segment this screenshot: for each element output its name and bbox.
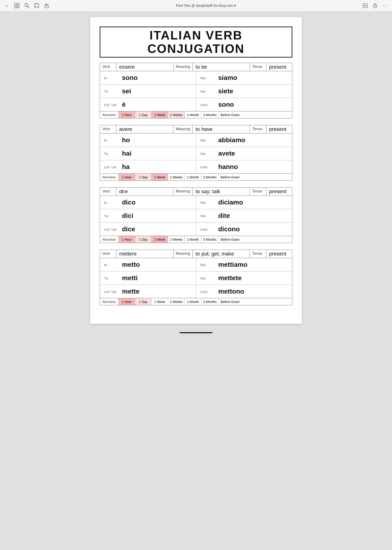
revision-cell-5[interactable]: 3 Months	[201, 236, 219, 243]
revision-cell-3[interactable]: 2 Weeks	[168, 174, 185, 181]
revision-cell-2[interactable]: 1 Week	[152, 174, 168, 181]
top-bar: ‹ Find This @ StudyStuff On Etsy.com ▾ ⋯	[0, 0, 392, 12]
conj-cell-left: Io dico	[100, 196, 196, 209]
share-icon[interactable]	[43, 2, 50, 9]
conj-cell-left: Lui / Lei è	[100, 98, 196, 111]
conj-word: dicono	[218, 226, 240, 233]
add-page-icon[interactable]	[362, 2, 369, 9]
pronoun: Noi	[200, 263, 215, 267]
conjugation-table-essere: Io sono Noi siamo Tu sei Voi siete Lui /…	[100, 71, 292, 111]
revision-cell-3[interactable]: 2 Weeks	[168, 298, 185, 305]
home-indicator	[180, 332, 212, 333]
table-row: Tu hai Voi avete	[100, 147, 292, 160]
search-icon[interactable]	[23, 2, 30, 9]
back-button[interactable]: ‹	[4, 2, 10, 9]
conj-word: dici	[122, 212, 133, 219]
svg-rect-1	[17, 3, 19, 5]
revision-cell-1[interactable]: 1 Day	[135, 298, 152, 305]
verb-header-dire: Verb dire Meaning to say; talk Tense pre…	[100, 187, 292, 196]
revision-cell-1[interactable]: 1 Day	[135, 174, 152, 181]
revision-cell-1[interactable]: 1 Day	[135, 111, 152, 118]
revision-cell-4[interactable]: 1 Month	[185, 111, 201, 118]
verb-value: avere	[116, 125, 174, 133]
conj-word: ho	[122, 136, 130, 144]
pronoun: Tu	[104, 276, 119, 280]
conj-word: sono	[122, 74, 138, 82]
conj-word: hai	[122, 150, 131, 157]
conj-word: hanno	[218, 163, 238, 171]
revision-cell-3[interactable]: 2 Weeks	[168, 111, 185, 118]
revision-cell-0[interactable]: 1 Hour	[119, 298, 135, 305]
verb-value: essere	[116, 63, 174, 71]
revision-cell-2[interactable]: 1 Week	[152, 298, 168, 305]
conj-cell-right: Noi siamo	[196, 71, 292, 84]
conj-cell-right: Voi siete	[196, 85, 292, 98]
pronoun: Tu	[104, 89, 119, 93]
verb-label: Verb	[100, 63, 116, 71]
svg-rect-0	[14, 3, 16, 5]
revision-cell-4[interactable]: 1 Month	[185, 298, 201, 305]
revision-cell-0[interactable]: 1 Hour	[119, 111, 135, 118]
conj-word: abbiamo	[218, 136, 245, 144]
revision-cell-6[interactable]: Before Exam	[219, 236, 242, 243]
conj-cell-right: Loro hanno	[196, 160, 292, 173]
revision-cell-0[interactable]: 1 Hour	[119, 174, 135, 181]
pronoun: Tu	[104, 152, 119, 155]
table-row: Tu sei Voi siete	[100, 85, 292, 98]
tense-value: present	[266, 63, 292, 71]
tense-label: Tense	[250, 250, 266, 258]
revision-cell-6[interactable]: Before Exam	[219, 298, 242, 305]
revision-cell-6[interactable]: Before Exam	[219, 111, 242, 118]
revision-cell-2[interactable]: 1 Week	[152, 111, 168, 118]
revision-cell-5[interactable]: 3 Months	[201, 298, 219, 305]
verb-header-avere: Verb avere Meaning to have Tense present	[100, 125, 292, 134]
pronoun: Voi	[200, 214, 215, 218]
timer-icon[interactable]	[372, 2, 378, 9]
page-title: ITALIAN VERB CONJUGATION	[100, 27, 292, 58]
bookmark-icon[interactable]	[33, 2, 40, 9]
conj-word: sei	[122, 87, 131, 95]
pronoun: Voi	[200, 89, 215, 93]
conj-cell-left: Lui / Lei mette	[100, 285, 196, 298]
conj-cell-left: Io ho	[100, 134, 196, 147]
table-row: Io dico Noi diciamo	[100, 196, 292, 209]
verb-section-dire: Verb dire Meaning to say; talk Tense pre…	[100, 187, 292, 243]
revision-cell-2[interactable]: 1 Week	[152, 236, 168, 243]
conj-word: metto	[122, 261, 140, 268]
revision-label: Revision	[100, 111, 119, 118]
verb-label: Verb	[100, 125, 116, 133]
table-row: Io metto Noi mettiamo	[100, 258, 292, 271]
top-bar-left: ‹	[4, 2, 50, 9]
conj-cell-right: Voi mettete	[196, 271, 292, 285]
grid-icon[interactable]	[14, 2, 20, 9]
conj-cell-left: Lui / Lei dice	[100, 223, 196, 236]
table-row: Io ho Noi abbiamo	[100, 134, 292, 147]
table-row: Lui / Lei mette Loro mettono	[100, 285, 292, 298]
more-options-icon[interactable]: ⋯	[382, 2, 388, 9]
verb-header-essere: Verb essere Meaning to be Tense present	[100, 63, 292, 71]
verb-label: Verb	[100, 188, 116, 196]
revision-cell-5[interactable]: 3 Months	[201, 174, 219, 181]
conj-word: mette	[122, 288, 140, 295]
pronoun: Lui / Lei	[104, 103, 119, 107]
revision-cell-0[interactable]: 1 Hour	[119, 236, 135, 243]
pronoun: Noi	[200, 138, 215, 142]
conj-word: avete	[218, 150, 235, 157]
tense-label: Tense	[250, 188, 266, 196]
verb-value: mettere	[116, 250, 174, 258]
pronoun: Noi	[200, 76, 215, 80]
meaning-value: to say; talk	[193, 188, 250, 196]
conj-cell-right: Voi dite	[196, 209, 292, 222]
revision-cell-4[interactable]: 1 Month	[185, 174, 201, 181]
revision-cell-5[interactable]: 3 Months	[201, 111, 219, 118]
meaning-label: Meaning	[174, 250, 193, 258]
verb-label: Verb	[100, 250, 116, 258]
revision-cell-4[interactable]: 1 Month	[185, 236, 201, 243]
tense-label: Tense	[250, 63, 266, 71]
revision-cell-1[interactable]: 1 Day	[135, 236, 152, 243]
revision-row-dire: Revision1 Hour1 Day1 Week2 Weeks1 Month3…	[100, 236, 292, 243]
pronoun: Voi	[200, 152, 215, 155]
revision-cell-6[interactable]: Before Exam	[219, 174, 242, 181]
conj-cell-right: Loro sono	[196, 98, 292, 111]
revision-cell-3[interactable]: 2 Weeks	[168, 236, 185, 243]
